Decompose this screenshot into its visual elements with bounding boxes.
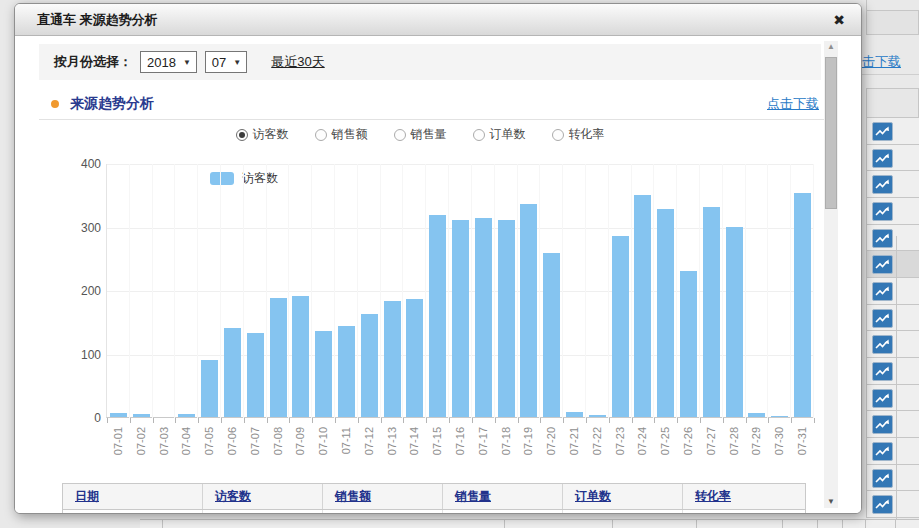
metric-radio-订单数[interactable]: 订单数 (473, 126, 526, 143)
trend-chart-icon[interactable] (872, 415, 893, 434)
bg-divider (860, 74, 919, 75)
y-axis-label: 400 (65, 157, 101, 171)
bar-07-30 (771, 416, 788, 417)
month-filter-toolbar: 按月份选择： 2018 ▼ 07 ▼ 最近30天 (39, 44, 821, 80)
metric-radio-销售量[interactable]: 销售量 (394, 126, 447, 143)
trend-chart-icon[interactable] (872, 255, 893, 274)
trend-chart-icon[interactable] (872, 122, 893, 141)
bg-table-row (866, 225, 919, 252)
x-axis-tick (107, 418, 108, 423)
gridline (266, 164, 267, 418)
trend-chart-icon[interactable] (872, 282, 893, 301)
x-axis-label: 07-24 (636, 427, 649, 461)
x-axis-tick (814, 418, 815, 423)
gridline (562, 164, 563, 418)
bar-07-22 (589, 415, 606, 417)
metric-radio-访客数[interactable]: 访客数 (236, 126, 289, 143)
recent-30-days-link[interactable]: 最近30天 (271, 53, 324, 71)
x-axis-label: 07-23 (614, 427, 627, 461)
radio-icon[interactable] (236, 129, 248, 141)
scroll-down-icon[interactable]: ▼ (824, 496, 838, 508)
bg-table-row (866, 305, 919, 332)
month-select[interactable]: 07 ▼ (205, 51, 247, 73)
trend-chart-icon[interactable] (872, 175, 893, 194)
radio-icon[interactable] (394, 129, 406, 141)
column-header-link[interactable]: 销售额 (335, 488, 371, 505)
download-link[interactable]: 点击下载 (767, 95, 819, 113)
gridline (152, 164, 153, 418)
x-axis-label: 07-14 (408, 427, 421, 461)
gridline (380, 164, 381, 418)
trend-analysis-dialog: 直通车 来源趋势分析 ✖ 按月份选择： 2018 ▼ 07 ▼ 最近30天 (14, 3, 862, 514)
trend-chart-icon[interactable] (872, 442, 893, 461)
x-axis-label: 07-25 (659, 427, 672, 461)
bg-table-cell (866, 10, 919, 35)
x-axis-label: 07-10 (317, 427, 330, 461)
gridline (197, 164, 198, 418)
metric-radio-转化率[interactable]: 转化率 (552, 126, 605, 143)
bar-07-16 (452, 220, 469, 417)
dialog-title: 直通车 来源趋势分析 (37, 4, 158, 36)
gridline (129, 164, 130, 418)
trend-chart-icon[interactable] (872, 469, 893, 488)
trend-chart-icon[interactable] (872, 229, 893, 248)
x-axis-label: 07-04 (180, 427, 193, 461)
trend-chart-icon[interactable] (872, 202, 893, 221)
section-divider (39, 119, 825, 120)
bg-table-row (866, 118, 919, 145)
detail-table-row (63, 510, 805, 514)
close-icon[interactable]: ✖ (833, 11, 845, 29)
metric-radio-销售额[interactable]: 销售额 (315, 126, 368, 143)
gridline (813, 164, 814, 418)
y-axis-label: 300 (65, 221, 101, 235)
bar-07-10 (315, 331, 332, 417)
x-axis-label: 07-21 (568, 427, 581, 461)
x-axis-label: 07-17 (477, 427, 490, 461)
bg-table-row (866, 438, 919, 465)
trend-chart-icon[interactable] (872, 389, 893, 408)
bar-07-20 (543, 253, 560, 417)
x-axis-tick (289, 418, 290, 423)
x-axis-tick (472, 418, 473, 423)
radio-icon[interactable] (315, 129, 327, 141)
x-axis-label: 07-12 (363, 427, 376, 461)
bar-07-18 (498, 220, 515, 417)
gridline (311, 164, 312, 418)
bar-07-02 (133, 414, 150, 417)
x-axis-tick (175, 418, 176, 423)
column-header-link[interactable]: 转化率 (695, 488, 731, 505)
trend-chart-icon[interactable] (872, 335, 893, 354)
y-axis-label: 200 (65, 284, 101, 298)
trend-chart-icon[interactable] (872, 495, 893, 514)
radio-icon[interactable] (552, 129, 564, 141)
x-axis-label: 07-05 (203, 427, 216, 461)
x-axis-label: 07-15 (431, 427, 444, 461)
x-axis-label: 07-29 (750, 427, 763, 461)
radio-icon[interactable] (473, 129, 485, 141)
bar-07-25 (657, 209, 674, 417)
trend-chart-icon[interactable] (872, 362, 893, 381)
column-header-link[interactable]: 订单数 (575, 488, 611, 505)
scrollbar-thumb[interactable] (825, 57, 837, 209)
year-select[interactable]: 2018 ▼ (140, 51, 197, 73)
scroll-up-icon[interactable]: ▲ (824, 41, 838, 53)
x-axis-tick (540, 418, 541, 423)
x-axis-tick (426, 418, 427, 423)
column-header-link[interactable]: 销售量 (455, 488, 491, 505)
trend-chart-icon[interactable] (872, 309, 893, 328)
x-axis-label: 07-07 (249, 427, 262, 461)
bar-07-08 (270, 298, 287, 417)
bar-07-05 (201, 360, 218, 417)
bg-table-row (866, 465, 919, 492)
trend-chart: 访客数 07-0107-0207-0307-0407-0507-0607-070… (15, 164, 827, 476)
x-axis-tick (563, 418, 564, 423)
column-header-link[interactable]: 访客数 (215, 488, 251, 505)
section-heading: 来源趋势分析 (70, 95, 154, 113)
x-axis-tick (586, 418, 587, 423)
x-axis-tick (267, 418, 268, 423)
bg-table-row (866, 331, 919, 358)
trend-chart-icon[interactable] (872, 149, 893, 168)
column-header-link[interactable]: 日期 (75, 488, 99, 505)
x-axis-label: 07-02 (135, 427, 148, 461)
table-cell (563, 510, 683, 514)
